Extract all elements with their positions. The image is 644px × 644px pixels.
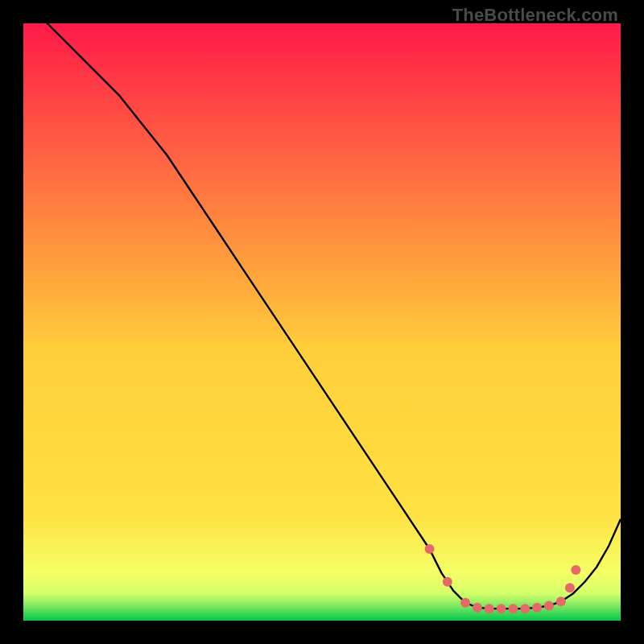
- highlight-marker: [485, 604, 494, 613]
- highlight-marker: [443, 577, 452, 587]
- highlight-marker: [571, 565, 580, 575]
- chart-frame: [23, 23, 621, 621]
- chart-plot-svg: [23, 23, 621, 621]
- highlight-marker: [508, 604, 518, 613]
- highlight-marker: [460, 598, 470, 608]
- gradient-background: [23, 23, 621, 621]
- highlight-marker: [544, 601, 554, 610]
- highlight-marker: [497, 604, 506, 613]
- highlight-marker: [556, 597, 566, 606]
- highlight-marker: [565, 583, 575, 592]
- highlight-marker: [425, 544, 435, 554]
- highlight-marker: [532, 603, 542, 613]
- highlight-marker: [473, 603, 482, 613]
- highlight-marker: [520, 604, 530, 613]
